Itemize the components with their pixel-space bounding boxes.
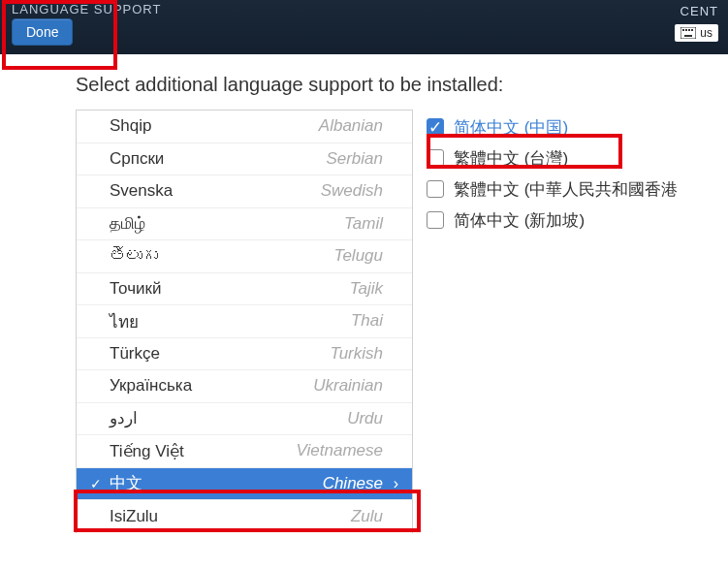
language-list[interactable]: ✓ShqipAlbanian›✓СрпскиSerbian›✓SvenskaSw… xyxy=(76,110,413,533)
language-native: Svenska xyxy=(110,181,173,201)
language-native: தமிழ் xyxy=(110,214,145,234)
checkbox[interactable]: ✓ xyxy=(427,118,444,136)
header-bar: LANGUAGE SUPPORT Done CENT us xyxy=(0,0,728,54)
variant-row[interactable]: 简体中文 (新加坡) xyxy=(421,205,718,236)
variant-row[interactable]: ✓简体中文 (中国) xyxy=(421,111,718,142)
variant-label: 简体中文 (新加坡) xyxy=(454,209,585,232)
language-row[interactable]: ✓Tiếng ViệtVietnamese› xyxy=(77,435,412,468)
language-native: Tiếng Việt xyxy=(110,441,184,461)
language-row[interactable]: ✓TürkçeTurkish› xyxy=(77,338,412,371)
language-english: Ukrainian xyxy=(192,376,383,396)
language-english: Turkish xyxy=(160,344,383,364)
language-row[interactable]: ✓ShqipAlbanian› xyxy=(77,111,412,143)
language-native: 中文 xyxy=(110,472,142,494)
language-row[interactable]: ✓ТочикйTajik› xyxy=(77,273,412,306)
keyboard-layout-label: us xyxy=(700,26,712,40)
language-english: Swedish xyxy=(173,181,383,201)
svg-rect-1 xyxy=(682,29,684,31)
variant-list[interactable]: ✓简体中文 (中国)繁體中文 (台灣)繁體中文 (中華人民共和國香港简体中文 (… xyxy=(421,110,718,533)
language-native: IsiZulu xyxy=(110,507,158,526)
distro-label: CENT xyxy=(675,4,718,18)
keyboard-indicator[interactable]: us xyxy=(675,24,718,42)
language-row[interactable]: ✓СрпскиSerbian› xyxy=(77,143,412,176)
language-row[interactable]: ✓УкраїнськаUkrainian› xyxy=(77,370,412,403)
language-english: Vietnamese xyxy=(184,441,383,460)
language-native: Українська xyxy=(110,376,192,396)
page-title: LANGUAGE SUPPORT xyxy=(12,2,716,16)
checkbox[interactable] xyxy=(427,149,444,167)
language-english: Tamil xyxy=(145,214,383,234)
svg-rect-3 xyxy=(688,29,690,31)
language-row[interactable]: ✓中文Chinese› xyxy=(77,468,412,501)
language-row[interactable]: ✓ไทยThai› xyxy=(77,305,412,338)
language-english: Serbian xyxy=(164,149,383,169)
language-row[interactable]: ✓اردوUrdu› xyxy=(77,403,412,436)
variant-label: 简体中文 (中国) xyxy=(454,116,568,139)
checkbox[interactable] xyxy=(427,180,444,198)
svg-rect-5 xyxy=(684,35,692,37)
header-right: CENT us xyxy=(675,4,718,43)
language-row[interactable]: ✓தமிழ்Tamil› xyxy=(77,208,412,241)
checkbox[interactable] xyxy=(427,211,444,229)
svg-rect-2 xyxy=(685,29,687,31)
keyboard-icon xyxy=(681,27,696,39)
variant-label: 繁體中文 (中華人民共和國香港 xyxy=(454,178,678,201)
variant-row[interactable]: 繁體中文 (台灣) xyxy=(421,142,718,174)
language-native: Shqip xyxy=(110,116,151,136)
check-icon: ✓ xyxy=(90,476,110,491)
language-native: Српски xyxy=(110,149,164,169)
language-row[interactable]: ✓IsiZuluZulu› xyxy=(77,500,412,533)
language-native: తెలుగు xyxy=(110,246,158,266)
prompt-text: Select additional language support to be… xyxy=(76,74,718,96)
language-row[interactable]: ✓SvenskaSwedish› xyxy=(77,175,412,208)
done-button[interactable]: Done xyxy=(12,18,73,46)
language-english: Tajik xyxy=(161,279,383,299)
language-english: Zulu xyxy=(158,507,383,526)
language-english: Telugu xyxy=(158,246,383,266)
language-native: Türkçe xyxy=(110,344,160,364)
variant-label: 繁體中文 (台灣) xyxy=(454,147,568,170)
chevron-right-icon: › xyxy=(383,475,398,492)
language-native: اردو xyxy=(110,408,138,428)
svg-rect-4 xyxy=(691,29,693,31)
language-native: ไทย xyxy=(110,308,139,334)
svg-rect-0 xyxy=(681,27,696,39)
language-native: Точикй xyxy=(110,279,161,299)
language-english: Albanian xyxy=(151,116,383,136)
language-english: Thai xyxy=(139,311,383,331)
language-english: Urdu xyxy=(138,409,383,428)
language-row[interactable]: ✓తెలుగుTelugu› xyxy=(77,240,412,273)
language-english: Chinese xyxy=(142,474,383,493)
variant-row[interactable]: 繁體中文 (中華人民共和國香港 xyxy=(421,174,718,205)
